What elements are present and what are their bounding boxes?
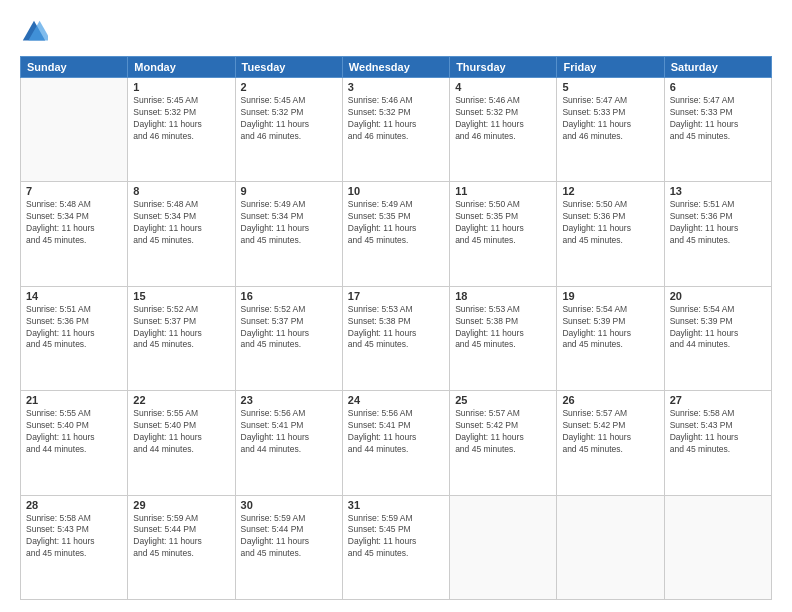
day-info: Sunrise: 5:54 AM Sunset: 5:39 PM Dayligh…	[670, 304, 766, 352]
weekday-header-tuesday: Tuesday	[235, 57, 342, 78]
calendar-cell: 19Sunrise: 5:54 AM Sunset: 5:39 PM Dayli…	[557, 286, 664, 390]
calendar-cell: 8Sunrise: 5:48 AM Sunset: 5:34 PM Daylig…	[128, 182, 235, 286]
calendar-cell: 28Sunrise: 5:58 AM Sunset: 5:43 PM Dayli…	[21, 495, 128, 599]
day-number: 21	[26, 394, 122, 406]
day-number: 20	[670, 290, 766, 302]
calendar-cell: 12Sunrise: 5:50 AM Sunset: 5:36 PM Dayli…	[557, 182, 664, 286]
day-info: Sunrise: 5:55 AM Sunset: 5:40 PM Dayligh…	[26, 408, 122, 456]
calendar-cell: 2Sunrise: 5:45 AM Sunset: 5:32 PM Daylig…	[235, 78, 342, 182]
day-info: Sunrise: 5:55 AM Sunset: 5:40 PM Dayligh…	[133, 408, 229, 456]
day-info: Sunrise: 5:45 AM Sunset: 5:32 PM Dayligh…	[241, 95, 337, 143]
day-info: Sunrise: 5:47 AM Sunset: 5:33 PM Dayligh…	[562, 95, 658, 143]
calendar-cell: 13Sunrise: 5:51 AM Sunset: 5:36 PM Dayli…	[664, 182, 771, 286]
day-number: 1	[133, 81, 229, 93]
day-number: 26	[562, 394, 658, 406]
day-info: Sunrise: 5:48 AM Sunset: 5:34 PM Dayligh…	[133, 199, 229, 247]
day-info: Sunrise: 5:54 AM Sunset: 5:39 PM Dayligh…	[562, 304, 658, 352]
day-number: 12	[562, 185, 658, 197]
calendar-cell: 22Sunrise: 5:55 AM Sunset: 5:40 PM Dayli…	[128, 391, 235, 495]
day-number: 24	[348, 394, 444, 406]
calendar-cell: 26Sunrise: 5:57 AM Sunset: 5:42 PM Dayli…	[557, 391, 664, 495]
calendar-week-4: 28Sunrise: 5:58 AM Sunset: 5:43 PM Dayli…	[21, 495, 772, 599]
day-number: 13	[670, 185, 766, 197]
day-number: 2	[241, 81, 337, 93]
calendar-cell	[450, 495, 557, 599]
day-info: Sunrise: 5:53 AM Sunset: 5:38 PM Dayligh…	[455, 304, 551, 352]
calendar-cell: 6Sunrise: 5:47 AM Sunset: 5:33 PM Daylig…	[664, 78, 771, 182]
calendar-cell: 25Sunrise: 5:57 AM Sunset: 5:42 PM Dayli…	[450, 391, 557, 495]
weekday-header-sunday: Sunday	[21, 57, 128, 78]
day-info: Sunrise: 5:46 AM Sunset: 5:32 PM Dayligh…	[455, 95, 551, 143]
calendar-cell: 29Sunrise: 5:59 AM Sunset: 5:44 PM Dayli…	[128, 495, 235, 599]
calendar-cell: 4Sunrise: 5:46 AM Sunset: 5:32 PM Daylig…	[450, 78, 557, 182]
day-number: 17	[348, 290, 444, 302]
day-info: Sunrise: 5:50 AM Sunset: 5:36 PM Dayligh…	[562, 199, 658, 247]
day-info: Sunrise: 5:57 AM Sunset: 5:42 PM Dayligh…	[455, 408, 551, 456]
day-number: 25	[455, 394, 551, 406]
day-number: 31	[348, 499, 444, 511]
calendar-cell: 27Sunrise: 5:58 AM Sunset: 5:43 PM Dayli…	[664, 391, 771, 495]
calendar-cell: 1Sunrise: 5:45 AM Sunset: 5:32 PM Daylig…	[128, 78, 235, 182]
day-number: 19	[562, 290, 658, 302]
calendar-week-3: 21Sunrise: 5:55 AM Sunset: 5:40 PM Dayli…	[21, 391, 772, 495]
calendar-cell: 11Sunrise: 5:50 AM Sunset: 5:35 PM Dayli…	[450, 182, 557, 286]
calendar-cell: 14Sunrise: 5:51 AM Sunset: 5:36 PM Dayli…	[21, 286, 128, 390]
logo-icon	[20, 18, 48, 46]
day-info: Sunrise: 5:59 AM Sunset: 5:44 PM Dayligh…	[133, 513, 229, 561]
calendar-cell: 21Sunrise: 5:55 AM Sunset: 5:40 PM Dayli…	[21, 391, 128, 495]
calendar-cell	[21, 78, 128, 182]
day-info: Sunrise: 5:59 AM Sunset: 5:44 PM Dayligh…	[241, 513, 337, 561]
calendar-cell: 16Sunrise: 5:52 AM Sunset: 5:37 PM Dayli…	[235, 286, 342, 390]
logo	[20, 18, 52, 46]
calendar-cell: 30Sunrise: 5:59 AM Sunset: 5:44 PM Dayli…	[235, 495, 342, 599]
day-info: Sunrise: 5:48 AM Sunset: 5:34 PM Dayligh…	[26, 199, 122, 247]
day-info: Sunrise: 5:49 AM Sunset: 5:35 PM Dayligh…	[348, 199, 444, 247]
day-info: Sunrise: 5:53 AM Sunset: 5:38 PM Dayligh…	[348, 304, 444, 352]
day-number: 16	[241, 290, 337, 302]
day-number: 14	[26, 290, 122, 302]
calendar-table: SundayMondayTuesdayWednesdayThursdayFrid…	[20, 56, 772, 600]
day-number: 4	[455, 81, 551, 93]
day-info: Sunrise: 5:51 AM Sunset: 5:36 PM Dayligh…	[26, 304, 122, 352]
calendar-cell: 9Sunrise: 5:49 AM Sunset: 5:34 PM Daylig…	[235, 182, 342, 286]
day-number: 5	[562, 81, 658, 93]
day-info: Sunrise: 5:52 AM Sunset: 5:37 PM Dayligh…	[241, 304, 337, 352]
calendar-header: SundayMondayTuesdayWednesdayThursdayFrid…	[21, 57, 772, 78]
day-number: 3	[348, 81, 444, 93]
day-number: 27	[670, 394, 766, 406]
weekday-header-wednesday: Wednesday	[342, 57, 449, 78]
day-number: 23	[241, 394, 337, 406]
day-info: Sunrise: 5:58 AM Sunset: 5:43 PM Dayligh…	[26, 513, 122, 561]
weekday-header-monday: Monday	[128, 57, 235, 78]
calendar-week-0: 1Sunrise: 5:45 AM Sunset: 5:32 PM Daylig…	[21, 78, 772, 182]
weekday-header-thursday: Thursday	[450, 57, 557, 78]
day-number: 8	[133, 185, 229, 197]
day-info: Sunrise: 5:47 AM Sunset: 5:33 PM Dayligh…	[670, 95, 766, 143]
weekday-row: SundayMondayTuesdayWednesdayThursdayFrid…	[21, 57, 772, 78]
weekday-header-friday: Friday	[557, 57, 664, 78]
calendar-cell: 31Sunrise: 5:59 AM Sunset: 5:45 PM Dayli…	[342, 495, 449, 599]
calendar-cell: 23Sunrise: 5:56 AM Sunset: 5:41 PM Dayli…	[235, 391, 342, 495]
day-info: Sunrise: 5:49 AM Sunset: 5:34 PM Dayligh…	[241, 199, 337, 247]
day-info: Sunrise: 5:56 AM Sunset: 5:41 PM Dayligh…	[241, 408, 337, 456]
day-info: Sunrise: 5:52 AM Sunset: 5:37 PM Dayligh…	[133, 304, 229, 352]
day-number: 18	[455, 290, 551, 302]
day-number: 9	[241, 185, 337, 197]
day-number: 29	[133, 499, 229, 511]
day-info: Sunrise: 5:50 AM Sunset: 5:35 PM Dayligh…	[455, 199, 551, 247]
day-number: 10	[348, 185, 444, 197]
day-info: Sunrise: 5:57 AM Sunset: 5:42 PM Dayligh…	[562, 408, 658, 456]
calendar-cell: 7Sunrise: 5:48 AM Sunset: 5:34 PM Daylig…	[21, 182, 128, 286]
calendar-cell: 20Sunrise: 5:54 AM Sunset: 5:39 PM Dayli…	[664, 286, 771, 390]
day-number: 6	[670, 81, 766, 93]
day-number: 7	[26, 185, 122, 197]
day-info: Sunrise: 5:59 AM Sunset: 5:45 PM Dayligh…	[348, 513, 444, 561]
calendar-cell: 17Sunrise: 5:53 AM Sunset: 5:38 PM Dayli…	[342, 286, 449, 390]
calendar-cell	[664, 495, 771, 599]
day-number: 30	[241, 499, 337, 511]
calendar-cell	[557, 495, 664, 599]
day-number: 11	[455, 185, 551, 197]
day-info: Sunrise: 5:51 AM Sunset: 5:36 PM Dayligh…	[670, 199, 766, 247]
calendar-cell: 15Sunrise: 5:52 AM Sunset: 5:37 PM Dayli…	[128, 286, 235, 390]
day-info: Sunrise: 5:46 AM Sunset: 5:32 PM Dayligh…	[348, 95, 444, 143]
